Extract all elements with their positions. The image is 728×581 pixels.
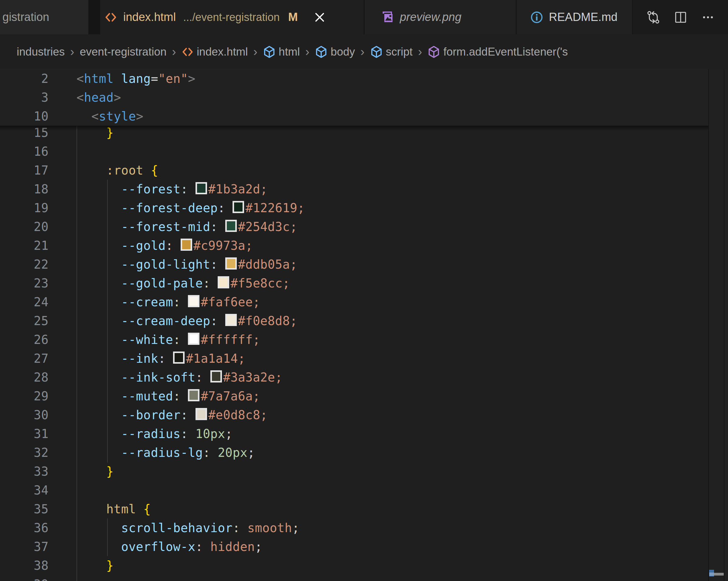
breadcrumb-separator-icon: › bbox=[418, 45, 422, 59]
breadcrumb-item-form-addeventlistener-s[interactable]: form.addEventListener('s bbox=[427, 46, 568, 58]
more-actions-icon[interactable] bbox=[701, 10, 715, 25]
image-icon bbox=[381, 10, 394, 24]
color-swatch[interactable] bbox=[188, 389, 200, 401]
breadcrumb-separator-icon: › bbox=[254, 45, 257, 59]
line-number: 30 bbox=[0, 405, 49, 424]
code-line-33: 33 } bbox=[0, 462, 708, 481]
color-swatch[interactable] bbox=[210, 370, 222, 382]
breadcrumb-item-html[interactable]: html bbox=[263, 46, 300, 58]
code-line-3: 3<head> bbox=[0, 88, 708, 107]
tab-registration-partial[interactable]: gistration bbox=[0, 0, 88, 34]
color-swatch[interactable] bbox=[196, 182, 207, 194]
code-line-21: 21 --gold: #c9973a; bbox=[0, 236, 708, 255]
breadcrumb-label: html bbox=[279, 46, 300, 58]
color-swatch[interactable] bbox=[188, 333, 200, 345]
line-number: 27 bbox=[0, 349, 49, 368]
code-line-39: 39 bbox=[0, 575, 708, 581]
git-modified-badge: M bbox=[288, 10, 298, 24]
code-line-35: 35 html { bbox=[0, 500, 708, 519]
line-number: 25 bbox=[0, 312, 49, 330]
breadcrumb-separator-icon: › bbox=[172, 45, 176, 59]
tab-label: index.html bbox=[123, 10, 176, 24]
tab-label: README.md bbox=[549, 10, 618, 24]
symbol-cube-icon bbox=[315, 46, 328, 58]
line-number: 18 bbox=[0, 180, 49, 199]
code-line-37: 37 overflow-x: hidden; bbox=[0, 537, 708, 556]
line-number: 20 bbox=[0, 217, 49, 236]
color-swatch[interactable] bbox=[188, 295, 200, 307]
code-line-19: 19 --forest-deep: #122619; bbox=[0, 199, 708, 217]
tab-label: preview.png bbox=[400, 10, 462, 24]
color-swatch[interactable] bbox=[181, 239, 192, 251]
color-swatch[interactable] bbox=[196, 408, 207, 420]
info-icon bbox=[530, 10, 543, 24]
overview-ruler-mark bbox=[714, 573, 724, 576]
breadcrumb-separator-icon: › bbox=[305, 45, 309, 59]
tab-readme-md[interactable]: README.md bbox=[516, 0, 633, 34]
line-number: 26 bbox=[0, 330, 49, 349]
sticky-scroll[interactable]: 2<html lang="en">3<head>10 <style> bbox=[0, 69, 708, 126]
line-number: 33 bbox=[0, 462, 49, 481]
line-number: 3 bbox=[0, 88, 49, 107]
editor-tab-bar: gistration index.html .../event-registra… bbox=[0, 0, 728, 34]
code-line-30: 30 --border: #e0d8c8; bbox=[0, 405, 708, 424]
line-number: 37 bbox=[0, 537, 49, 556]
color-swatch[interactable] bbox=[225, 314, 237, 326]
color-swatch[interactable] bbox=[173, 351, 185, 364]
line-number: 16 bbox=[0, 142, 49, 161]
code-line-31: 31 --radius: 10px; bbox=[0, 424, 708, 443]
code-line-18: 18 --forest: #1b3a2d; bbox=[0, 180, 708, 199]
tab-preview-png[interactable]: preview.png bbox=[364, 0, 516, 34]
overview-ruler-mark bbox=[709, 573, 714, 576]
line-number: 2 bbox=[0, 69, 49, 88]
line-number: 36 bbox=[0, 519, 49, 537]
breadcrumb-item-event-registration[interactable]: event-registration bbox=[80, 46, 167, 58]
open-changes-icon[interactable] bbox=[646, 10, 660, 25]
code-line-36: 36 scroll-behavior: smooth; bbox=[0, 519, 708, 537]
line-number: 24 bbox=[0, 293, 49, 312]
breadcrumb-separator-icon: › bbox=[70, 45, 74, 59]
code-line-10: 10 <style> bbox=[0, 107, 708, 126]
symbol-cube-icon bbox=[427, 46, 440, 58]
symbol-cube-icon bbox=[370, 46, 383, 58]
color-swatch[interactable] bbox=[225, 257, 237, 269]
split-editor-icon[interactable] bbox=[673, 10, 688, 25]
breadcrumb-item-body[interactable]: body bbox=[315, 46, 355, 58]
color-swatch[interactable] bbox=[233, 201, 244, 213]
color-swatch[interactable] bbox=[225, 220, 237, 232]
code-line-25: 25 --cream-deep: #f0e8d8; bbox=[0, 312, 708, 330]
code-editor[interactable]: 15 }1617 :root {18 --forest: #1b3a2d;19 … bbox=[0, 69, 728, 581]
color-swatch[interactable] bbox=[218, 276, 229, 288]
breadcrumb-label: industries bbox=[17, 46, 65, 58]
breadcrumb-separator-icon: › bbox=[360, 45, 364, 59]
line-number: 21 bbox=[0, 236, 49, 255]
breadcrumb-item-industries[interactable]: industries bbox=[17, 46, 65, 58]
code-line-34: 34 bbox=[0, 481, 708, 500]
breadcrumb-item-script[interactable]: script bbox=[370, 46, 413, 58]
code-line-23: 23 --gold-pale: #f5e8cc; bbox=[0, 274, 708, 293]
code-line-17: 17 :root { bbox=[0, 161, 708, 180]
symbol-cube-icon bbox=[263, 46, 276, 58]
breadcrumb-label: index.html bbox=[197, 46, 248, 58]
scrollbar[interactable] bbox=[708, 69, 728, 581]
code-line-20: 20 --forest-mid: #254d3c; bbox=[0, 217, 708, 236]
vscode-window: { "tabs": { "partial_tab": { "label": "g… bbox=[0, 0, 728, 581]
close-tab-icon[interactable] bbox=[312, 9, 328, 25]
breadcrumb-item-index-html[interactable]: index.html bbox=[182, 46, 248, 58]
code-line-16: 16 bbox=[0, 142, 708, 161]
breadcrumb-label: event-registration bbox=[80, 46, 167, 58]
line-number: 39 bbox=[0, 575, 49, 581]
overview-ruler-border bbox=[724, 69, 724, 581]
tab-index-html[interactable]: index.html .../event-registration M bbox=[100, 0, 363, 34]
breadcrumb-label: body bbox=[331, 46, 355, 58]
tab-label: gistration bbox=[2, 10, 49, 24]
code-line-24: 24 --cream: #faf6ee; bbox=[0, 293, 708, 312]
code-line-32: 32 --radius-lg: 20px; bbox=[0, 443, 708, 462]
tab-bar-divider bbox=[88, 0, 100, 34]
code-line-22: 22 --gold-light: #ddb05a; bbox=[0, 255, 708, 274]
code-line-26: 26 --white: #ffffff; bbox=[0, 330, 708, 349]
line-number: 35 bbox=[0, 500, 49, 519]
breadcrumb-label: script bbox=[386, 46, 413, 58]
code-line-28: 28 --ink-soft: #3a3a2e; bbox=[0, 368, 708, 387]
line-number: 38 bbox=[0, 556, 49, 575]
